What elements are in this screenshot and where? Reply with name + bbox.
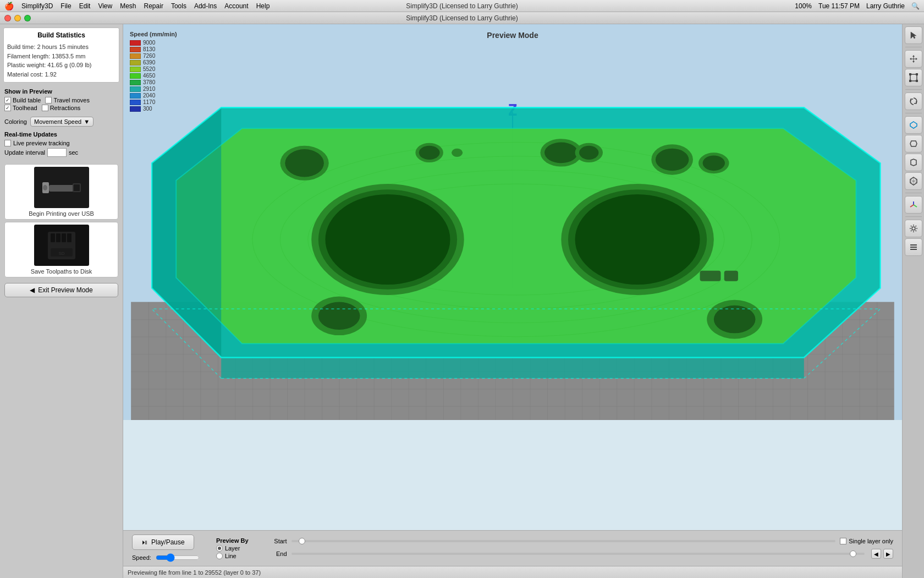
radio-layer-dot[interactable] bbox=[216, 545, 223, 552]
speed-row: Speed: bbox=[132, 553, 200, 562]
cb-single-layer[interactable] bbox=[840, 538, 846, 544]
radio-line[interactable]: Line bbox=[216, 553, 249, 559]
disk-save-button[interactable]: SD Save Toolpaths to Disk bbox=[4, 222, 118, 277]
menu-view[interactable]: View bbox=[98, 2, 112, 10]
exit-preview-label: Exit Preview Mode bbox=[38, 286, 92, 294]
exit-arrow-icon: ◀ bbox=[30, 286, 35, 294]
prev-frame-button[interactable]: ◀ bbox=[871, 549, 881, 559]
menu-tools[interactable]: Tools bbox=[171, 2, 186, 10]
view-front-button[interactable] bbox=[905, 135, 922, 152]
menu-addins[interactable]: Add-Ins bbox=[194, 2, 217, 10]
legend-3780: 3780 bbox=[130, 79, 177, 85]
sliders-section: Start Single layer only End bbox=[271, 538, 893, 559]
end-slider-thumb[interactable] bbox=[850, 550, 856, 557]
play-pause-button[interactable]: ⏯ Play/Pause bbox=[132, 535, 194, 550]
cb-toolhead[interactable] bbox=[4, 105, 11, 111]
cb-live-preview-label: Live preview tracking bbox=[13, 140, 70, 146]
svg-rect-53 bbox=[916, 73, 918, 75]
svg-point-35 bbox=[579, 146, 598, 160]
search-icon[interactable]: 🔍 bbox=[911, 2, 920, 10]
toolbar-separator-5 bbox=[905, 216, 922, 217]
menu-simplify3d[interactable]: Simplify3D bbox=[21, 2, 53, 10]
print-buttons: Begin Printing over USB bbox=[0, 161, 123, 281]
traffic-lights bbox=[4, 15, 31, 21]
svg-point-37 bbox=[656, 149, 689, 171]
minimize-button[interactable] bbox=[14, 15, 21, 21]
maximize-button[interactable] bbox=[24, 15, 31, 21]
close-button[interactable] bbox=[4, 15, 11, 21]
legend-label-2040: 2040 bbox=[143, 92, 155, 99]
svg-rect-8 bbox=[62, 233, 66, 242]
realtime-label: Real-time Updates bbox=[4, 131, 118, 138]
start-slider-track[interactable] bbox=[292, 540, 836, 542]
checkbox-build-table[interactable]: Build table bbox=[4, 97, 41, 103]
single-layer-check: Single layer only bbox=[840, 538, 893, 544]
cb-toolhead-label: Toolhead bbox=[13, 105, 37, 111]
viewport-3d[interactable]: Speed (mm/min) 9000 8130 7260 bbox=[123, 24, 902, 420]
speed-label: Speed: bbox=[132, 554, 151, 561]
update-interval-input[interactable]: 5.0 bbox=[47, 148, 67, 157]
settings-button[interactable] bbox=[905, 220, 922, 237]
resize-tool-button[interactable] bbox=[905, 69, 922, 86]
cb-build-table[interactable] bbox=[4, 97, 11, 103]
menu-repair[interactable]: Repair bbox=[144, 2, 163, 10]
view-side-button[interactable] bbox=[905, 154, 922, 171]
svg-line-65 bbox=[910, 205, 914, 207]
menu-file[interactable]: File bbox=[61, 2, 71, 10]
legend-2040: 2040 bbox=[130, 92, 177, 99]
apple-menu[interactable]: 🍎 bbox=[4, 2, 14, 10]
menu-account[interactable]: Account bbox=[224, 2, 248, 10]
play-pause-label: Play/Pause bbox=[151, 538, 185, 546]
legend-1170: 1170 bbox=[130, 99, 177, 105]
radio-line-dot[interactable] bbox=[216, 553, 223, 559]
axis-display-button[interactable] bbox=[905, 196, 922, 214]
single-layer-label: Single layer only bbox=[849, 538, 893, 544]
legend-label-8130: 8130 bbox=[143, 46, 155, 52]
coloring-row: Coloring Movement Speed ▼ bbox=[0, 114, 123, 129]
legend-label-4650: 4650 bbox=[143, 73, 155, 79]
checkbox-travel-moves[interactable]: Travel moves bbox=[45, 97, 90, 103]
menu-bar-title: Simplify3D (Licensed to Larry Guthrie) bbox=[406, 2, 518, 10]
cb-travel-moves-label: Travel moves bbox=[53, 97, 90, 103]
svg-point-30 bbox=[419, 146, 440, 160]
view-iso-button[interactable] bbox=[905, 172, 922, 190]
exit-preview-button[interactable]: ◀ Exit Preview Mode bbox=[4, 283, 118, 297]
legend-label-9000: 9000 bbox=[143, 40, 155, 46]
viewport-bottom bbox=[123, 420, 902, 530]
coloring-label: Coloring bbox=[4, 118, 27, 125]
usb-thumb-icon bbox=[34, 167, 89, 208]
view-top-button[interactable] bbox=[905, 116, 922, 134]
preview-by-label: Preview By bbox=[216, 537, 249, 544]
usb-print-button[interactable]: Begin Printing over USB bbox=[4, 164, 118, 220]
speed-slider[interactable] bbox=[156, 553, 200, 562]
select-tool-button[interactable] bbox=[905, 26, 922, 44]
end-slider-row: End ◀ ▶ bbox=[271, 549, 893, 559]
layers-button[interactable] bbox=[905, 238, 922, 256]
checkbox-row-1: Build table Travel moves bbox=[4, 97, 118, 103]
radio-layer[interactable]: Layer bbox=[216, 545, 249, 552]
start-slider-thumb[interactable] bbox=[299, 538, 305, 544]
next-frame-button[interactable]: ▶ bbox=[883, 549, 893, 559]
toolbar-separator-4 bbox=[905, 193, 922, 193]
menu-help[interactable]: Help bbox=[256, 2, 270, 10]
svg-rect-55 bbox=[916, 80, 918, 82]
titlebar: Simplify3D (Licensed to Larry Guthrie) bbox=[0, 12, 924, 24]
svg-point-39 bbox=[703, 155, 725, 171]
cb-travel-moves[interactable] bbox=[45, 97, 52, 103]
move-tool-button[interactable] bbox=[905, 50, 922, 68]
end-slider-track[interactable] bbox=[292, 553, 865, 555]
coloring-value: Movement Speed bbox=[34, 118, 81, 125]
menu-edit[interactable]: Edit bbox=[79, 2, 91, 10]
legend-label-300: 300 bbox=[143, 106, 152, 112]
cb-retractions[interactable] bbox=[42, 105, 48, 111]
rotate-tool-button[interactable] bbox=[905, 92, 922, 110]
checkbox-toolhead[interactable]: Toolhead bbox=[4, 105, 37, 111]
checkbox-retractions[interactable]: Retractions bbox=[42, 105, 81, 111]
svg-line-64 bbox=[914, 205, 917, 207]
coloring-dropdown[interactable]: Movement Speed ▼ bbox=[30, 117, 94, 127]
realtime-section: Real-time Updates Live preview tracking … bbox=[0, 129, 123, 161]
cb-live-preview[interactable] bbox=[4, 140, 11, 146]
stat-filament-length: Filament length: 13853.5 mm bbox=[7, 52, 116, 61]
svg-rect-7 bbox=[56, 233, 61, 242]
menu-mesh[interactable]: Mesh bbox=[120, 2, 136, 10]
